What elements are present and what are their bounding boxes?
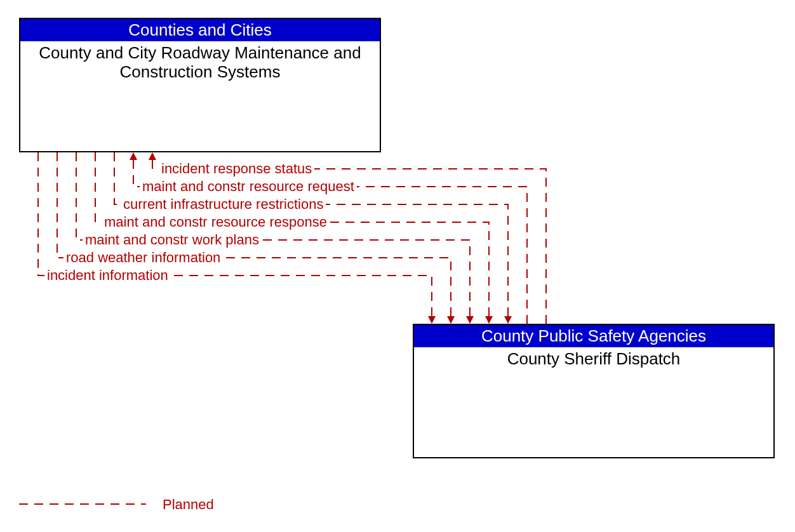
svg-marker-1 [130, 152, 137, 160]
flow-label-5: road weather information [63, 249, 223, 266]
entity-maintenance-body: County and City Roadway Maintenance and … [20, 41, 380, 87]
legend-planned: Planned [163, 496, 214, 513]
entity-maintenance-header: Counties and Cities [20, 19, 380, 41]
entity-sheriff: County Public Safety Agencies County She… [413, 324, 775, 458]
svg-marker-6 [428, 316, 436, 324]
flow-label-3: maint and constr resource response [102, 214, 330, 230]
flow-label-6: incident information [44, 267, 171, 284]
svg-marker-2 [504, 316, 512, 324]
flow-label-4: maint and constr work plans [83, 232, 262, 248]
svg-marker-4 [466, 316, 474, 324]
svg-marker-0 [149, 152, 156, 160]
svg-marker-3 [485, 316, 493, 324]
entity-sheriff-body: County Sheriff Dispatch [414, 347, 773, 374]
flow-label-1: maint and constr resource request [140, 178, 357, 195]
entity-maintenance: Counties and Cities County and City Road… [19, 18, 381, 152]
svg-marker-5 [447, 316, 455, 324]
entity-sheriff-header: County Public Safety Agencies [414, 325, 773, 347]
flow-label-0: incident response status [159, 161, 314, 177]
flow-label-2: current infrastructure restrictions [121, 196, 326, 213]
